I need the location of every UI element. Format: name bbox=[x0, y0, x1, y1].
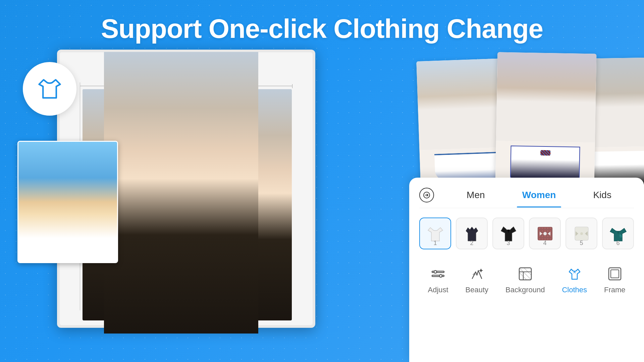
svg-point-13 bbox=[434, 270, 437, 273]
clothing-num-5: 5 bbox=[580, 240, 583, 247]
clothing-item-1[interactable]: 1 bbox=[419, 218, 451, 249]
tab-bar: Men Women Kids bbox=[419, 188, 634, 208]
shirt-icon-circle bbox=[23, 62, 76, 116]
svg-point-8 bbox=[580, 232, 583, 235]
tool-background[interactable]: Background bbox=[505, 265, 545, 294]
adjust-label: Adjust bbox=[428, 286, 448, 294]
shirt-icon bbox=[35, 74, 65, 104]
bottom-toolbar: Adjust Beauty bbox=[419, 261, 634, 294]
tool-clothes[interactable]: Clothes bbox=[562, 265, 587, 294]
clothing-item-2[interactable]: 2 bbox=[456, 218, 488, 249]
clothes-svg bbox=[567, 266, 583, 282]
clothing-item-5[interactable]: 5 bbox=[566, 218, 597, 249]
clothing-item-3[interactable]: 3 bbox=[492, 218, 524, 249]
clothing-panel: Men Women Kids 1 2 bbox=[409, 178, 644, 362]
cancel-icon[interactable] bbox=[419, 188, 434, 202]
clothing-num-3: 3 bbox=[506, 240, 510, 247]
before-photo-inner bbox=[18, 142, 117, 262]
tab-men[interactable]: Men bbox=[444, 188, 507, 202]
svg-point-14 bbox=[439, 275, 442, 277]
frame-icon bbox=[606, 265, 624, 283]
before-photo bbox=[17, 141, 118, 263]
clothing-num-6: 6 bbox=[616, 240, 620, 247]
beauty-svg bbox=[469, 266, 485, 282]
beauty-icon bbox=[468, 265, 486, 283]
after-photo-main bbox=[104, 52, 258, 334]
tool-frame[interactable]: Frame bbox=[604, 265, 626, 294]
clothing-num-4: 4 bbox=[543, 240, 546, 247]
tab-kids[interactable]: Kids bbox=[571, 188, 634, 202]
clothing-item-6[interactable]: 6 bbox=[602, 218, 634, 249]
svg-point-10 bbox=[620, 234, 621, 236]
clothing-grid: 1 2 3 bbox=[419, 218, 634, 249]
frame-svg bbox=[607, 266, 623, 282]
background-label: Background bbox=[505, 286, 545, 294]
tool-beauty[interactable]: Beauty bbox=[466, 265, 489, 294]
clothing-num-2: 2 bbox=[470, 240, 473, 247]
cancel-svg bbox=[423, 191, 430, 199]
clothing-item-4[interactable]: 4 bbox=[529, 218, 561, 249]
beauty-label: Beauty bbox=[466, 286, 489, 294]
svg-point-6 bbox=[543, 232, 547, 235]
svg-line-18 bbox=[519, 268, 531, 280]
adjust-icon bbox=[429, 265, 447, 283]
frame-label: Frame bbox=[604, 286, 626, 294]
background-svg bbox=[517, 266, 533, 282]
woman-face-after bbox=[104, 52, 258, 334]
page-title: Support One-click Clothing Change bbox=[0, 13, 644, 44]
tool-adjust[interactable]: Adjust bbox=[428, 265, 448, 294]
clothing-num-1: 1 bbox=[433, 240, 437, 247]
clothes-label: Clothes bbox=[562, 286, 587, 294]
tab-women[interactable]: Women bbox=[507, 188, 571, 202]
photo-card-preppy bbox=[495, 52, 597, 184]
header: Support One-click Clothing Change bbox=[0, 13, 644, 44]
photo-card-face-2 bbox=[496, 52, 597, 142]
adjust-svg bbox=[430, 266, 446, 282]
clothes-icon bbox=[566, 265, 584, 283]
background-icon bbox=[516, 265, 534, 283]
svg-rect-22 bbox=[611, 270, 619, 278]
